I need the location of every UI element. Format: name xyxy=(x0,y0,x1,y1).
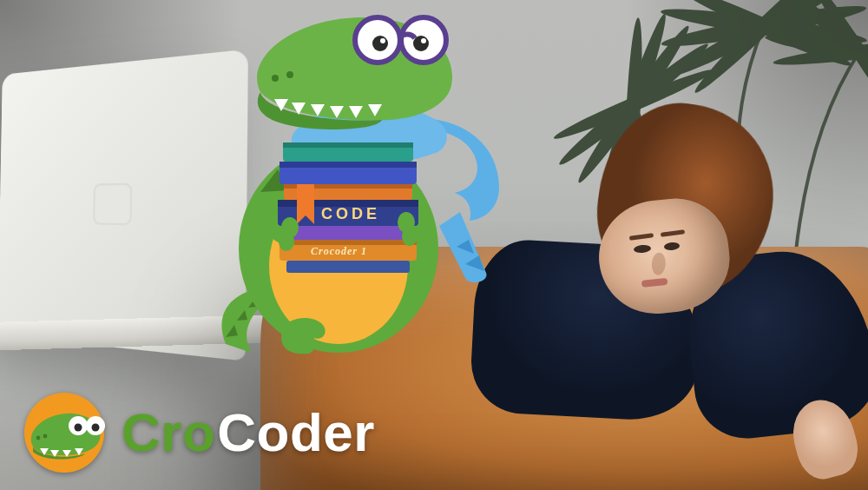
crocoder-logo: CroCoder xyxy=(23,391,375,474)
svg-point-32 xyxy=(402,227,418,246)
svg-rect-20 xyxy=(279,162,417,168)
svg-rect-28 xyxy=(286,261,410,273)
svg-point-47 xyxy=(92,424,100,432)
brand-part-cro: Cro xyxy=(122,406,215,460)
book-main-label: CODE xyxy=(321,205,380,222)
svg-point-39 xyxy=(372,36,388,51)
crocoder-logo-icon xyxy=(23,391,106,474)
svg-point-41 xyxy=(380,38,385,43)
svg-point-42 xyxy=(421,38,426,43)
svg-rect-25 xyxy=(285,226,411,240)
svg-point-49 xyxy=(43,434,48,439)
brand-part-coder: Coder xyxy=(217,406,375,460)
brand-wordmark: CroCoder xyxy=(122,406,375,460)
svg-point-30 xyxy=(279,232,294,251)
svg-point-33 xyxy=(272,75,279,82)
woman-leaning xyxy=(516,139,868,490)
book-small-label: Crocoder 1 xyxy=(311,245,367,257)
svg-point-46 xyxy=(75,424,82,432)
svg-point-40 xyxy=(413,36,429,51)
hero-image: CODE Crocoder 1 xyxy=(0,0,868,490)
svg-rect-18 xyxy=(283,142,413,148)
svg-point-48 xyxy=(36,436,41,440)
svg-point-34 xyxy=(286,71,293,78)
crocodile-mascot: CODE Crocoder 1 xyxy=(200,0,564,361)
